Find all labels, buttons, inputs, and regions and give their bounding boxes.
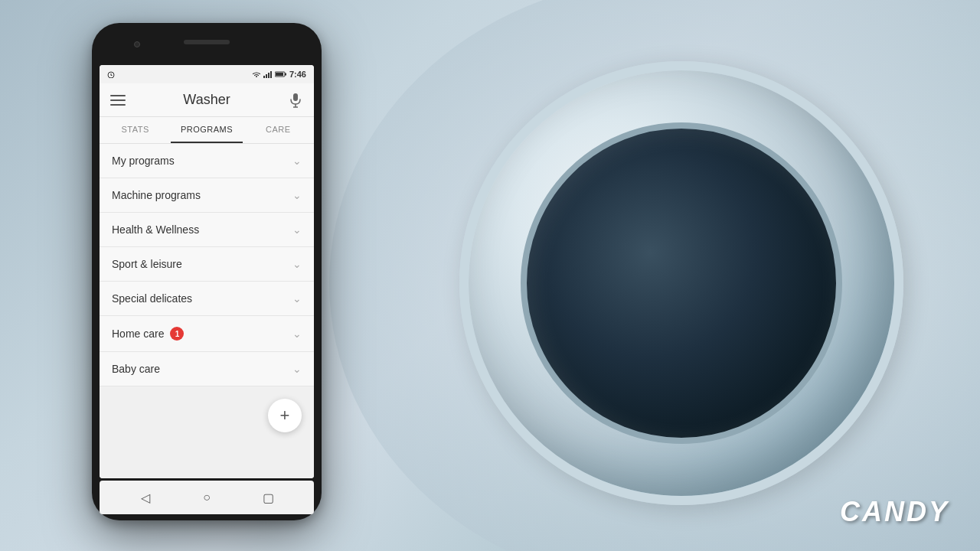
phone-nav-bar: ◁ ○ ▢ — [100, 481, 314, 514]
list-item-health-wellness-label: Health & Wellness — [112, 223, 199, 236]
chevron-down-icon-health-wellness: ⌄ — [292, 223, 302, 236]
svg-rect-8 — [285, 73, 286, 76]
battery-icon — [275, 70, 287, 78]
chevron-down-icon-my-programs: ⌄ — [292, 155, 302, 167]
status-bar: 7:46 — [100, 65, 314, 83]
app-header: Washer — [100, 83, 314, 117]
chevron-down-icon-machine-programs: ⌄ — [292, 189, 302, 201]
list-item-baby-care[interactable]: Baby care ⌄ — [100, 352, 314, 386]
list-item-sport-leisure-left: Sport & leisure — [112, 258, 182, 270]
microphone-icon[interactable] — [288, 93, 303, 108]
chevron-down-icon-sport-leisure: ⌄ — [292, 258, 302, 270]
washer-drum-inner — [521, 122, 842, 444]
status-time: 7:46 — [289, 70, 306, 79]
chevron-down-icon-special-delicates: ⌄ — [292, 292, 302, 305]
list-item-machine-programs-left: Machine programs — [112, 189, 201, 201]
list-item-baby-care-label: Baby care — [112, 363, 160, 375]
candy-logo: CANDY — [840, 496, 949, 528]
tab-bar: STATS PROGRAMS CARE — [100, 117, 314, 144]
list-item-baby-care-left: Baby care — [112, 363, 160, 375]
chevron-down-icon-home-care: ⌄ — [292, 328, 302, 340]
program-list: My programs ⌄ Machine programs ⌄ Health … — [100, 144, 314, 478]
mic-svg — [289, 93, 302, 108]
phone-device: 7:46 Washer — [92, 23, 322, 520]
tab-care[interactable]: CARE — [243, 117, 314, 143]
phone-screen: 7:46 Washer — [100, 65, 314, 478]
tab-stats[interactable]: STATS — [100, 117, 171, 143]
list-item-my-programs-label: My programs — [112, 155, 175, 167]
nav-home-button[interactable]: ○ — [198, 489, 215, 506]
list-item-machine-programs[interactable]: Machine programs ⌄ — [100, 178, 314, 213]
signal-icon — [263, 70, 273, 78]
svg-rect-9 — [276, 73, 283, 76]
svg-rect-6 — [270, 71, 272, 78]
list-item-sport-leisure-label: Sport & leisure — [112, 258, 182, 270]
hamburger-menu-icon[interactable] — [110, 95, 126, 106]
list-item-machine-programs-label: Machine programs — [112, 189, 201, 201]
list-item-home-care[interactable]: Home care 1 ⌄ — [100, 316, 314, 352]
list-item-special-delicates-left: Special delicates — [112, 292, 192, 305]
nav-back-button[interactable]: ◁ — [137, 489, 154, 506]
list-item-home-care-left: Home care 1 — [112, 327, 184, 341]
wifi-icon — [252, 70, 261, 78]
add-button-area: + — [100, 386, 314, 445]
svg-rect-3 — [263, 76, 265, 78]
svg-rect-4 — [266, 74, 267, 78]
list-item-special-delicates[interactable]: Special delicates ⌄ — [100, 282, 314, 316]
nav-recents-button[interactable]: ▢ — [260, 489, 276, 506]
add-program-button[interactable]: + — [268, 399, 302, 432]
list-item-my-programs[interactable]: My programs ⌄ — [100, 144, 314, 178]
chevron-down-icon-baby-care: ⌄ — [292, 363, 302, 375]
home-care-badge: 1 — [170, 327, 184, 341]
app-title: Washer — [126, 92, 288, 108]
svg-rect-5 — [268, 73, 270, 78]
phone-speaker — [184, 40, 230, 44]
phone-camera — [134, 41, 140, 47]
list-item-sport-leisure[interactable]: Sport & leisure ⌄ — [100, 247, 314, 282]
tab-programs[interactable]: PROGRAMS — [171, 117, 242, 143]
status-icons-right: 7:46 — [252, 70, 306, 79]
phone-body: 7:46 Washer — [92, 23, 322, 520]
svg-rect-10 — [293, 93, 298, 101]
list-item-health-wellness[interactable]: Health & Wellness ⌄ — [100, 213, 314, 247]
list-item-my-programs-left: My programs — [112, 155, 175, 167]
list-item-special-delicates-label: Special delicates — [112, 292, 192, 305]
list-item-health-wellness-left: Health & Wellness — [112, 223, 199, 236]
status-icons-left — [107, 70, 115, 78]
washer-drum — [459, 61, 903, 505]
alarm-icon — [107, 70, 115, 78]
list-item-home-care-label: Home care — [112, 328, 164, 340]
